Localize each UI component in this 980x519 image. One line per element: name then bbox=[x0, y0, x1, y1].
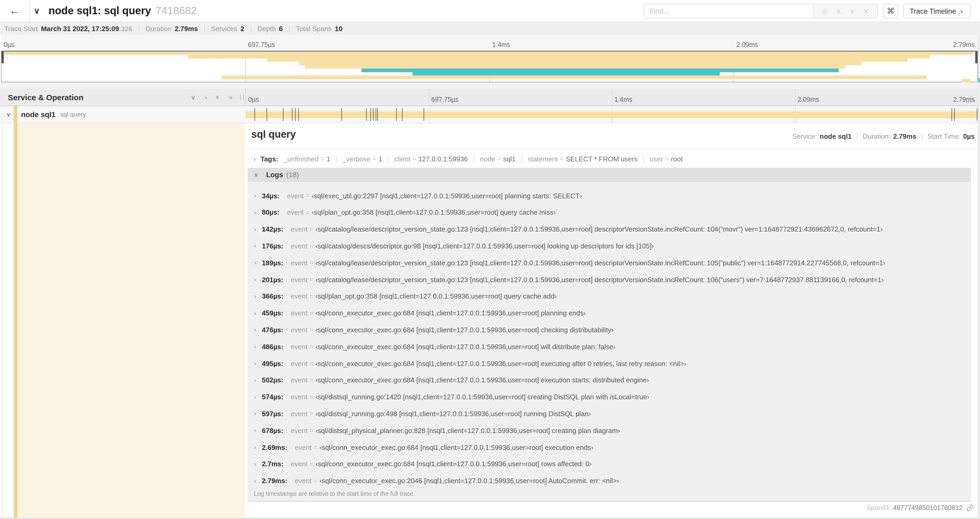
logs-count: (18) bbox=[286, 171, 299, 179]
chevron-right-icon[interactable]: › bbox=[254, 343, 256, 350]
log-row[interactable]: ›476µs:event=‹sql/conn_executor_exec.go:… bbox=[248, 322, 971, 338]
log-row[interactable]: ›574µs:event=‹sql/distsql_running.go:142… bbox=[248, 389, 971, 405]
log-field-name: event bbox=[291, 242, 308, 250]
minimap-canvas[interactable] bbox=[1, 51, 978, 82]
tag-value: root bbox=[671, 155, 683, 163]
log-marker-tick bbox=[267, 108, 267, 121]
chevron-right-icon[interactable]: › bbox=[254, 410, 256, 417]
tags-row[interactable]: › Tags: _unfinished=1_verbose=1client=12… bbox=[253, 153, 683, 164]
log-marker-tick bbox=[423, 108, 424, 121]
chevron-right-icon[interactable]: › bbox=[254, 225, 256, 233]
divider bbox=[643, 155, 644, 163]
chevron-right-icon[interactable]: › bbox=[254, 276, 256, 283]
chevron-right-icon[interactable]: › bbox=[254, 242, 256, 250]
timeline-gridline bbox=[429, 89, 429, 105]
log-message: ‹sql/conn_executor_exec.go:684 [nsql1,cl… bbox=[315, 376, 649, 384]
log-equals: = bbox=[310, 427, 313, 434]
log-equals: = bbox=[310, 393, 313, 401]
log-row[interactable]: ›201µs:event=‹sql/catalog/lease/descript… bbox=[248, 271, 971, 287]
chevron-right-icon[interactable]: › bbox=[254, 293, 256, 300]
span-operation-name: sql query bbox=[60, 111, 86, 118]
log-row[interactable]: ›502µs:event=‹sql/conn_executor_exec.go:… bbox=[248, 372, 971, 388]
log-marker-tick bbox=[292, 108, 292, 121]
collapse-one-icon[interactable]: ∨ bbox=[191, 93, 196, 101]
chevron-right-icon[interactable]: › bbox=[254, 192, 256, 200]
log-row[interactable]: ›597µs:event=‹sql/distsql_running.go:498… bbox=[248, 406, 971, 422]
start-time-value: 0µs bbox=[963, 133, 975, 140]
clear-find-icon[interactable]: ✕ bbox=[863, 7, 869, 15]
page-title: node sql1: sql query 7418682 bbox=[48, 0, 197, 22]
log-message: ‹sql/distsql_running.go:1420 [nsql1,clie… bbox=[315, 393, 649, 401]
keyboard-shortcuts-button[interactable]: ⌘ bbox=[884, 4, 898, 18]
chevron-right-icon[interactable]: › bbox=[254, 209, 256, 216]
chevron-right-icon[interactable]: › bbox=[254, 309, 256, 317]
span-service-name[interactable]: node sql1 sql query bbox=[21, 106, 86, 123]
expand-one-icon[interactable]: › bbox=[205, 93, 207, 101]
log-row[interactable]: ›80µs:event=‹sql/plan_opt.go:358 [nsql1,… bbox=[248, 204, 971, 220]
find-input[interactable] bbox=[644, 4, 813, 18]
tag-key: user bbox=[650, 155, 663, 163]
chevron-right-icon[interactable]: › bbox=[254, 477, 256, 484]
trace-view-selector[interactable]: Trace Timeline ∨ bbox=[903, 4, 970, 18]
prev-match-icon[interactable]: ∧ bbox=[836, 7, 841, 15]
tags-label[interactable]: Tags: bbox=[261, 155, 278, 163]
minimap-left-scrubber[interactable] bbox=[2, 52, 4, 63]
log-row[interactable]: ›495µs:event=‹sql/conn_executor_exec.go:… bbox=[248, 356, 971, 371]
match-target-icon[interactable]: ◎ bbox=[822, 7, 828, 15]
minimap-right-scrubber[interactable] bbox=[975, 52, 977, 63]
log-message: ‹sql/conn_executor_exec.go:684 [nsql1,cl… bbox=[315, 309, 585, 317]
chevron-right-icon[interactable]: › bbox=[254, 326, 256, 334]
log-row[interactable]: ›366µs:event=‹sql/plan_opt.go:358 [nsql1… bbox=[248, 289, 971, 304]
chevron-down-icon[interactable]: ∨ bbox=[6, 106, 11, 123]
log-row[interactable]: ›189µs:event=‹sql/catalog/lease/descript… bbox=[248, 255, 971, 271]
log-field-name: event bbox=[295, 443, 312, 451]
log-timestamp: 597µs: bbox=[262, 410, 283, 418]
chevron-right-icon[interactable]: › bbox=[254, 393, 256, 401]
summary-item: Depth6 bbox=[258, 24, 283, 32]
trace-id: 7418682 bbox=[156, 5, 197, 17]
chevron-right-icon[interactable]: › bbox=[254, 460, 256, 468]
chevron-right-icon[interactable]: › bbox=[254, 360, 256, 367]
log-row[interactable]: ›2.69ms:event=‹sql/conn_executor_exec.go… bbox=[248, 439, 971, 455]
chevron-right-icon[interactable]: › bbox=[254, 377, 256, 384]
logs-header[interactable]: ∨ Logs (18) bbox=[248, 168, 971, 182]
log-marker-tick bbox=[402, 108, 403, 121]
minimap-span-band bbox=[305, 65, 845, 69]
summary-label: Trace Start bbox=[4, 24, 38, 32]
log-marker-tick bbox=[375, 108, 376, 121]
log-row[interactable]: ›142µs:event=‹sql/catalog/lease/descript… bbox=[248, 221, 971, 237]
trace-collapse-toggle[interactable]: ∨ bbox=[34, 0, 40, 22]
log-row[interactable]: ›34µs:event=‹sql/exec_util.go:2297 [nsql… bbox=[248, 188, 971, 204]
next-match-icon[interactable]: ∨ bbox=[850, 7, 854, 15]
tag-item[interactable]: user=root bbox=[650, 155, 682, 163]
expand-all-icon[interactable]: » bbox=[229, 93, 232, 101]
divider bbox=[857, 133, 858, 140]
log-row[interactable]: ›486µs:event=‹sql/conn_executor_exec.go:… bbox=[248, 339, 971, 355]
log-row[interactable]: ›678µs:event=‹sql/distsql_physical_plann… bbox=[248, 423, 971, 438]
tag-item[interactable]: _verbose=1 bbox=[342, 155, 382, 163]
back-button[interactable]: ← bbox=[0, 0, 30, 22]
tag-item[interactable]: client=127.0.0.1:59936 bbox=[395, 155, 468, 163]
tag-item[interactable]: _unfinished=1 bbox=[283, 155, 330, 163]
page-scrollbar[interactable] bbox=[978, 35, 980, 517]
log-row[interactable]: ›459µs:event=‹sql/conn_executor_exec.go:… bbox=[248, 305, 971, 321]
column-resizer-handle[interactable] bbox=[240, 94, 244, 100]
log-field-name: event bbox=[291, 393, 308, 401]
collapse-all-icon[interactable]: » bbox=[214, 95, 222, 99]
chevron-right-icon[interactable]: › bbox=[253, 155, 256, 163]
chevron-right-icon[interactable]: › bbox=[254, 444, 256, 451]
tag-item[interactable]: node=sql1 bbox=[480, 155, 516, 163]
span-row[interactable]: ∨ node sql1 sql query bbox=[0, 106, 980, 123]
log-row[interactable]: ›2.79ms:event=‹sql/conn_executor_exec.go… bbox=[248, 473, 971, 489]
log-marker-tick bbox=[377, 108, 378, 121]
log-marker-tick bbox=[396, 108, 397, 121]
span-duration-bar[interactable] bbox=[245, 111, 978, 118]
log-timestamp: 2.79ms: bbox=[262, 477, 287, 485]
log-equals: = bbox=[310, 410, 313, 417]
chevron-right-icon[interactable]: › bbox=[254, 427, 256, 434]
chevron-right-icon[interactable]: › bbox=[254, 259, 256, 267]
log-row[interactable]: ›2.7ms:event=‹sql/conn_executor_exec.go:… bbox=[248, 456, 971, 472]
link-icon[interactable] bbox=[966, 504, 974, 512]
tag-item[interactable]: statement=SELECT * FROM users bbox=[528, 155, 638, 163]
log-row[interactable]: ›176µs:event=‹sql/catalog/descs/descript… bbox=[248, 238, 971, 254]
